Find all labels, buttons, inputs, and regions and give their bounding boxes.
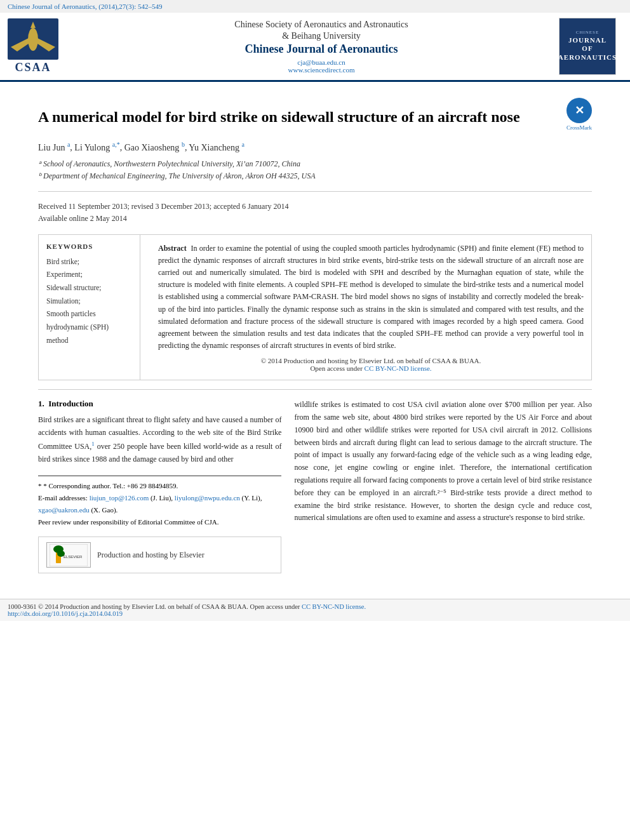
section-title-text: Introduction (48, 399, 93, 408)
logo-main-text: JOURNALOFAERONAUTICS (558, 36, 617, 62)
affiliations: ᵃ School of Aeronautics, Northwestern Po… (38, 158, 592, 182)
intro-para1: Bird strikes are a significant threat to… (38, 414, 281, 465)
footer-doi-link[interactable]: http://dx.doi.org/10.1016/j.cja.2014.04.… (8, 610, 123, 617)
footnote-emails: E-mail addresses: liujun_top@126.com (J.… (38, 492, 281, 516)
csaa-logo-area: CSAA (8, 18, 90, 75)
email3-name: (X. Gao). (91, 506, 117, 514)
email2-link[interactable]: liyulong@nwpu.edu.cn (175, 494, 240, 502)
dates-line1: Received 11 September 2013; revised 3 De… (38, 202, 288, 211)
keywords-title: KEYWORDS (46, 243, 132, 250)
divider-1 (38, 191, 592, 192)
crossmark-label: CrossMark (566, 124, 592, 131)
journal-logo-area: Chinese JOURNALOFAERONAUTICS (553, 18, 622, 75)
divider-2 (38, 389, 592, 390)
abstract-body: In order to examine the potential of usi… (158, 244, 584, 350)
abstract-section: KEYWORDS Bird strike;Experiment;Sidewall… (38, 234, 592, 381)
email3-link[interactable]: xgao@uakron.edu (38, 506, 90, 514)
abstract-label: Abstract (158, 244, 187, 253)
footnote-star: * (38, 482, 42, 490)
keyword-3: Sidewall structure; (46, 281, 132, 295)
page-footer: 1000-9361 © 2014 Production and hosting … (0, 599, 630, 621)
col-left: 1. Introduction Bird strikes are a signi… (38, 399, 281, 573)
corresponding-text: * Corresponding author. Tel.: +86 29 884… (43, 482, 178, 490)
keyword-1: Bird strike; (46, 255, 132, 269)
elsevier-logo-icon: ELSEVIER (50, 544, 88, 566)
cc-license-link[interactable]: CC BY-NC-ND license. (365, 364, 432, 372)
keyword-5: Smooth particles hydrodynamic (SPH) meth… (46, 307, 132, 347)
elsevier-text: Production and hosting by Elsevier (97, 550, 204, 560)
citation-text: Chinese Journal of Aeronautics, (2014),2… (8, 3, 162, 10)
keyword-2: Experiment; (46, 268, 132, 281)
main-content: A numerical model for bird strike on sid… (0, 82, 630, 586)
email1-link[interactable]: liujun_top@126.com (90, 494, 149, 502)
svg-point-3 (28, 28, 38, 51)
footer-issn: 1000-9361 © 2014 Production and hosting … (8, 603, 300, 610)
article-title-section: A numerical model for bird strike on sid… (38, 95, 592, 133)
keyword-4: Simulation; (46, 295, 132, 308)
col-right: wildlife strikes is estimated to cost US… (294, 399, 592, 573)
header-center: Chinese Society of Aeronautics and Astro… (97, 18, 546, 75)
footnote-section: * * Corresponding author. Tel.: +86 29 8… (38, 476, 281, 528)
csaa-logo: CSAA (8, 18, 58, 74)
abstract-box: Abstract In order to examine the potenti… (151, 235, 591, 380)
keywords-list: Bird strike;Experiment;Sidewall structur… (46, 255, 132, 347)
elsevier-logo: ELSEVIER (46, 542, 91, 568)
abstract-copyright: © 2014 Production and hosting by Elsevie… (158, 357, 584, 364)
logo-top-text: Chinese (576, 30, 600, 35)
svg-text:ELSEVIER: ELSEVIER (64, 555, 83, 559)
crossmark-area: ✕ CrossMark (566, 98, 592, 131)
journal-title: Chinese Journal of Aeronautics (97, 43, 546, 56)
citation-bar: Chinese Journal of Aeronautics, (2014),2… (0, 0, 630, 13)
society-name-line2: & Beihang University (97, 31, 546, 41)
article-title: A numerical model for bird strike on sid… (38, 107, 566, 127)
dates-line2: Available online 2 May 2014 (38, 214, 127, 223)
authors-line: Liu Jun a, Li Yulong a,*, Gao Xiaosheng … (38, 141, 592, 153)
society-name-line1: Chinese Society of Aeronautics and Astro… (97, 20, 546, 30)
csaa-emblem-icon (8, 18, 58, 60)
email-label: E-mail addresses: (38, 494, 88, 502)
intro-para2: wildlife strikes is estimated to cost US… (294, 399, 592, 524)
open-access: Open access under CC BY-NC-ND license. (158, 364, 584, 372)
journal-header: CSAA Chinese Society of Aeronautics and … (0, 13, 630, 82)
email-link[interactable]: cja@buaa.edu.cn (297, 58, 345, 66)
email2-name: (Y. Li), (242, 494, 262, 502)
dates-section: Received 11 September 2013; revised 3 De… (38, 201, 592, 225)
footnote-corresponding: * * Corresponding author. Tel.: +86 29 8… (38, 480, 281, 492)
copyright-text: © 2014 Production and hosting by Elsevie… (261, 357, 481, 364)
crossmark-icon: ✕ (566, 98, 592, 123)
affiliation-a: ᵃ School of Aeronautics, Northwestern Po… (38, 159, 300, 168)
elsevier-footer-box: ELSEVIER Production and hosting by Elsev… (38, 537, 281, 573)
abstract-text: Abstract In order to examine the potenti… (158, 243, 584, 352)
affiliation-b: ᵇ Department of Mechanical Engineering, … (38, 171, 316, 180)
section-number: 1. (38, 399, 44, 408)
csaa-acronym: CSAA (15, 61, 51, 74)
peer-review-note: Peer review under responsibility of Edit… (38, 516, 281, 528)
journal-logo-box: Chinese JOURNALOFAERONAUTICS (559, 18, 616, 75)
email1-name: (J. Liu), (151, 494, 173, 502)
footer-license-link[interactable]: CC BY-NC-ND license. (302, 603, 366, 610)
section-heading: 1. Introduction (38, 399, 281, 409)
website-link[interactable]: www.sciencedirect.com (288, 66, 355, 74)
keywords-box: KEYWORDS Bird strike;Experiment;Sidewall… (39, 235, 140, 380)
contact-email: cja@buaa.edu.cn www.sciencedirect.com (97, 58, 546, 74)
two-column-section: 1. Introduction Bird strikes are a signi… (38, 399, 592, 573)
